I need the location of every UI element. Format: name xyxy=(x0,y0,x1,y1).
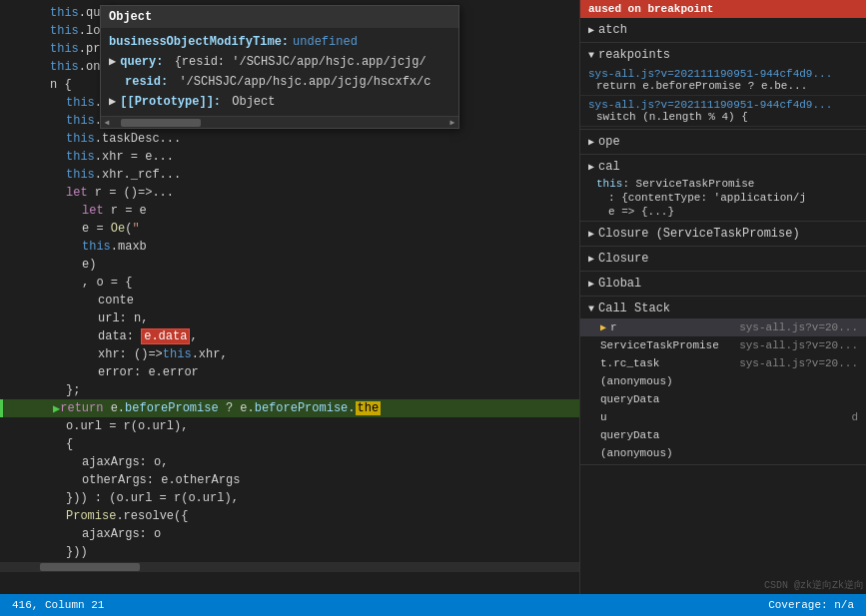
code-line: error: e.error xyxy=(0,363,579,381)
chevron-right-icon: ▶ xyxy=(588,161,594,173)
bp-file-2: sys-all.js?v=202111190951-944cf4d9... xyxy=(588,99,858,111)
code-line: let r = ()=>... xyxy=(0,184,579,202)
call-stack-section: ▼ Call Stack ▶ r sys-all.js?v=20... Serv… xyxy=(580,297,866,465)
paused-header: aused on breakpoint xyxy=(580,0,866,18)
code-line: this.xhr._rcf... xyxy=(0,166,579,184)
call-stack-header[interactable]: ▼ Call Stack xyxy=(580,299,866,318)
code-line: ajaxArgs: o, xyxy=(0,453,579,471)
watch-header[interactable]: ▶ atch xyxy=(580,20,866,40)
scrollbar-thumb[interactable] xyxy=(40,563,140,571)
call-stack-item-querydata2[interactable]: queryData xyxy=(580,426,866,444)
cs-file: d xyxy=(851,411,858,423)
status-bar: 416, Column 21 Coverage: n/a xyxy=(0,594,866,616)
closure-header-2[interactable]: ▶ Closure xyxy=(580,249,866,269)
breakpoints-section: ▼ reakpoints sys-all.js?v=202111190951-9… xyxy=(580,43,866,130)
code-line: { xyxy=(0,435,579,453)
global-section: ▶ Global xyxy=(580,272,866,297)
scope-section-ope: ▶ ope xyxy=(580,130,866,155)
cs-fn: u xyxy=(600,411,851,423)
call-stack-item-stp[interactable]: ServiceTaskPromise sys-all.js?v=20... xyxy=(580,336,866,354)
scope-label-cal: cal xyxy=(598,160,620,174)
scroll-left-icon[interactable]: ◀ xyxy=(101,117,113,129)
code-line: ajaxArgs: o xyxy=(0,525,579,543)
tooltip-row-proto[interactable]: ▶ [[Prototype]]: Object xyxy=(109,92,450,112)
code-panel: this.queryLog = this.logIndex = 0 this.p… xyxy=(0,0,579,594)
scope-header-ope[interactable]: ▶ ope xyxy=(580,132,866,152)
scrollbar-thumb[interactable] xyxy=(121,119,201,127)
paused-label: aused on breakpoint xyxy=(588,3,713,15)
cs-fn: queryData xyxy=(600,429,858,441)
tooltip-popup: Object businessObjectModifyTime: undefin… xyxy=(100,5,459,129)
closure-label-2: Closure xyxy=(598,252,648,266)
scope-header-cal[interactable]: ▶ cal xyxy=(580,157,866,177)
cs-fn: (anonymous) xyxy=(600,447,858,459)
code-line: , o = { xyxy=(0,274,579,292)
call-stack-item-anon[interactable]: (anonymous) xyxy=(580,372,866,390)
code-line: this.maxb xyxy=(0,238,579,256)
code-line: Promise.resolve({ xyxy=(0,507,579,525)
cs-fn: queryData xyxy=(600,393,858,405)
breakpoints-header[interactable]: ▼ reakpoints xyxy=(580,45,866,65)
cs-fn: r xyxy=(610,321,739,333)
cs-file: sys-all.js?v=20... xyxy=(739,357,858,369)
call-stack-item-u[interactable]: u d xyxy=(580,408,866,426)
breakpoint-item-1[interactable]: sys-all.js?v=202111190951-944cf4d9... re… xyxy=(580,65,866,96)
code-line: e = Oe(" xyxy=(0,220,579,238)
closure-section-1: ▶ Closure (ServiceTaskPromise) xyxy=(580,222,866,247)
bp-code-2: switch (n.length % 4) { xyxy=(596,111,858,123)
call-stack-item-r[interactable]: ▶ r sys-all.js?v=20... xyxy=(580,318,866,336)
chevron-right-icon: ▶ xyxy=(588,24,594,36)
cs-fn: ServiceTaskPromise xyxy=(600,339,739,351)
code-line: e) xyxy=(0,256,579,274)
code-line: xhr: ()=>this.xhr, xyxy=(0,345,579,363)
chevron-right-icon: ▶ xyxy=(588,136,594,148)
chevron-down-icon: ▼ xyxy=(588,50,594,61)
watermark: CSDN @zk逆向Zk逆向 xyxy=(762,576,866,594)
code-line: })) : (o.url = r(o.url), xyxy=(0,489,579,507)
global-header[interactable]: ▶ Global xyxy=(580,274,866,294)
breakpoints-label: reakpoints xyxy=(598,48,670,62)
closure-label-1: Closure (ServiceTaskPromise) xyxy=(598,227,800,241)
watch-label: atch xyxy=(598,23,627,37)
watch-section: ▶ atch xyxy=(580,18,866,43)
scope-label-ope: ope xyxy=(598,135,620,149)
code-line-arrow: ▶ return e.beforePromise ? e.beforePromi… xyxy=(0,399,579,417)
code-line: o.url = r(o.url), xyxy=(0,417,579,435)
code-line: data: e.data, xyxy=(0,327,579,345)
code-line: })) xyxy=(0,543,579,561)
chevron-right-icon: ▶ xyxy=(588,253,594,265)
cs-file: sys-all.js?v=20... xyxy=(739,321,858,333)
code-line: url: n, xyxy=(0,309,579,327)
scope-section-cal: ▶ cal this: ServiceTaskPromise : {conten… xyxy=(580,155,866,222)
call-stack-item-anon2[interactable]: (anonymous) xyxy=(580,444,866,462)
tooltip-row-resid: resid: '/SCHSJC/app/hsjc.app/jcjg/hscxfx… xyxy=(109,72,450,92)
tooltip-row: businessObjectModifyTime: undefined xyxy=(109,32,450,52)
horizontal-scrollbar[interactable] xyxy=(0,562,579,572)
code-line: this.taskDesc... xyxy=(0,130,579,148)
scroll-right-icon[interactable]: ▶ xyxy=(446,117,458,129)
tooltip-scrollbar[interactable]: ◀ ▶ xyxy=(101,116,458,128)
breakpoint-item-2[interactable]: sys-all.js?v=202111190951-944cf4d9... sw… xyxy=(580,96,866,127)
code-line: let r = e xyxy=(0,202,579,220)
closure-section-2: ▶ Closure xyxy=(580,247,866,272)
call-stack-item-querydata[interactable]: queryData xyxy=(580,390,866,408)
code-line: }; xyxy=(0,381,579,399)
status-coverage: Coverage: n/a xyxy=(768,599,854,611)
call-stack-label: Call Stack xyxy=(598,302,670,315)
call-stack-list: ▶ r sys-all.js?v=20... ServiceTaskPromis… xyxy=(580,318,866,462)
scope-item-content: : {contentType: 'application/j xyxy=(580,191,866,205)
code-line: this.xhr = e... xyxy=(0,148,579,166)
active-arrow-icon: ▶ xyxy=(600,321,606,333)
call-stack-item-trc[interactable]: t.rc_task sys-all.js?v=20... xyxy=(580,354,866,372)
code-line: conte xyxy=(0,292,579,309)
tooltip-body: businessObjectModifyTime: undefined ▶ qu… xyxy=(101,28,458,116)
cs-fn: (anonymous) xyxy=(600,375,858,387)
scope-item-this: this: ServiceTaskPromise xyxy=(580,177,866,191)
right-panel: aused on breakpoint ▶ atch ▼ reakpoints … xyxy=(579,0,866,594)
tooltip-title: Object xyxy=(101,6,458,28)
bp-file-1: sys-all.js?v=202111190951-944cf4d9... xyxy=(588,68,858,80)
tooltip-row-query[interactable]: ▶ query: {resid: '/SCHSJC/app/hsjc.app/j… xyxy=(109,52,450,72)
chevron-right-icon: ▶ xyxy=(588,278,594,290)
closure-header-1[interactable]: ▶ Closure (ServiceTaskPromise) xyxy=(580,224,866,244)
code-line: otherArgs: e.otherArgs xyxy=(0,471,579,489)
